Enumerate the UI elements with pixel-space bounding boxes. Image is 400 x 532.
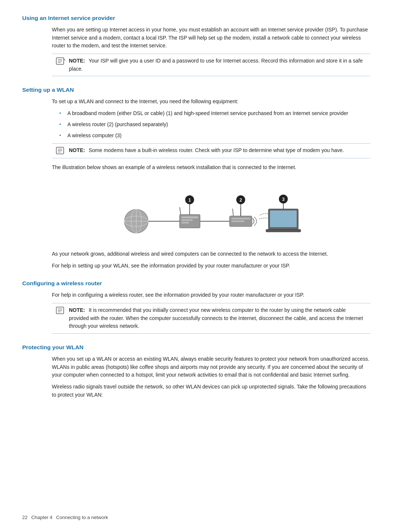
note-icon-wlan <box>56 147 66 155</box>
note-body-isp: Your ISP will give you a user ID and a p… <box>69 58 363 72</box>
wlan-intro: To set up a WLAN and connect to the Inte… <box>52 98 370 106</box>
svg-rect-17 <box>181 219 193 221</box>
section-protecting-wlan: Protecting your WLAN When you set up a W… <box>22 344 378 399</box>
svg-line-26 <box>233 209 233 216</box>
svg-rect-33 <box>266 229 301 232</box>
note-label-isp: NOTE: <box>69 58 85 64</box>
svg-text:3: 3 <box>282 197 285 202</box>
protect-para-1: When you set up a WLAN or access an exis… <box>52 355 370 379</box>
note-wlan: NOTE: Some modems have a built-in wirele… <box>52 143 370 158</box>
footer-chapter: Chapter 4 <box>31 515 52 520</box>
note-label-router: NOTE: <box>69 307 85 313</box>
protect-para-2: Wireless radio signals travel outside th… <box>52 383 370 399</box>
note-isp: NOTE: Your ISP will give you a user ID a… <box>52 54 370 76</box>
svg-rect-18 <box>181 222 189 223</box>
heading-using-isp: Using an Internet service provider <box>22 15 378 21</box>
bullet-item-2: A wireless router (2) (purchased separat… <box>59 121 370 129</box>
svg-rect-25 <box>231 220 244 222</box>
content-setting-wlan: To set up a WLAN and connect to the Inte… <box>22 98 378 270</box>
network-diagram: 1 2 <box>115 178 307 244</box>
svg-text:1: 1 <box>189 198 191 203</box>
bullet-item-1: A broadband modem (either DSL or cable) … <box>59 110 370 118</box>
section-using-isp: Using an Internet service provider When … <box>22 15 378 76</box>
footer-chapter-title: Connecting to a network <box>56 515 108 520</box>
wlan-bullet-list: A broadband modem (either DSL or cable) … <box>52 110 370 139</box>
note-label-wlan: NOTE: <box>69 147 85 153</box>
bullet-item-3: A wireless computer (3) <box>59 132 370 140</box>
svg-rect-24 <box>231 218 250 219</box>
isp-paragraph-1: When you are setting up Internet access … <box>52 26 370 50</box>
content-protecting-wlan: When you set up a WLAN or access an exis… <box>22 355 378 399</box>
note-icon-router <box>56 307 66 315</box>
section-setting-wlan: Setting up a WLAN To set up a WLAN and c… <box>22 87 378 270</box>
page-footer: 22 Chapter 4 Connecting to a network <box>22 515 108 520</box>
footer-page-number: 22 <box>22 515 27 520</box>
router-paragraph-1: For help in configuring a wireless route… <box>52 291 370 299</box>
note-text-isp: NOTE: Your ISP will give you a user ID a… <box>69 57 365 73</box>
wlan-after-para-1: As your network grows, additional wirele… <box>52 250 370 258</box>
note-body-router: It is recommended that you initially con… <box>69 307 363 329</box>
wlan-diagram-caption: The illustration below shows an example … <box>52 164 370 172</box>
note-body-wlan: Some modems have a built-in wireless rou… <box>89 147 344 153</box>
content-using-isp: When you are setting up Internet access … <box>22 26 378 76</box>
svg-line-19 <box>180 207 181 215</box>
note-icon-isp <box>56 57 66 65</box>
section-configuring-router: Configuring a wireless router For help i… <box>22 280 378 334</box>
heading-configuring-router: Configuring a wireless router <box>22 280 378 287</box>
note-text-router: NOTE: It is recommended that you initial… <box>69 306 365 330</box>
note-router: NOTE: It is recommended that you initial… <box>52 303 370 334</box>
svg-rect-16 <box>181 216 198 218</box>
heading-setting-wlan: Setting up a WLAN <box>22 87 378 93</box>
wlan-after-para-2: For help in setting up your WLAN, see th… <box>52 262 370 270</box>
heading-protecting-wlan: Protecting your WLAN <box>22 344 378 351</box>
svg-rect-32 <box>270 211 297 227</box>
content-configuring-router: For help in configuring a wireless route… <box>22 291 378 334</box>
svg-text:2: 2 <box>240 198 242 203</box>
note-text-wlan: NOTE: Some modems have a built-in wirele… <box>69 147 344 155</box>
